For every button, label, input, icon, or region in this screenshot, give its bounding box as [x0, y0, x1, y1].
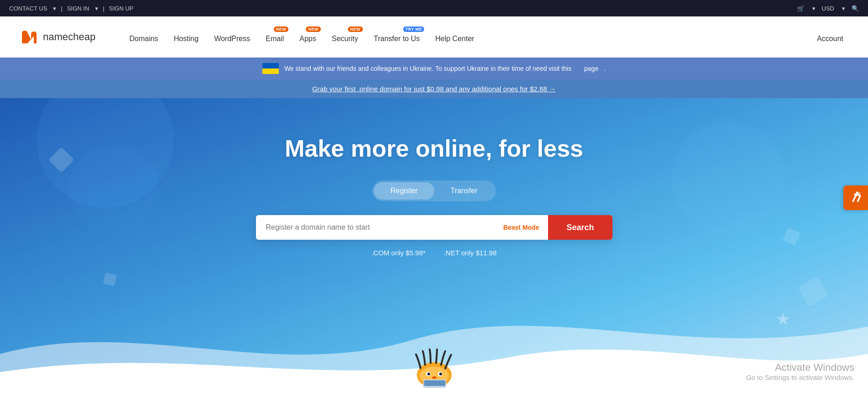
- nav-item-apps[interactable]: NEW Apps: [293, 26, 322, 47]
- top-bar: CONTACT US ▾ | SIGN IN ▾ | SIGN UP 🛒 ▾ U…: [0, 0, 868, 16]
- nav-label-transfer: Transfer to Us: [374, 35, 420, 43]
- nav-item-email[interactable]: NEW Email: [259, 26, 290, 47]
- tab-transfer[interactable]: Transfer: [434, 182, 494, 200]
- currency-arrow: ▾: [842, 5, 845, 12]
- nav-item-security[interactable]: NEW Security: [325, 26, 365, 47]
- top-bar-left: CONTACT US ▾ | SIGN IN ▾ | SIGN UP: [9, 5, 133, 12]
- hero-tabs: Register Transfer: [372, 180, 496, 201]
- svg-point-4: [427, 373, 430, 375]
- tab-register[interactable]: Register: [374, 182, 434, 200]
- hero-section: Make more online, for less Register Tran…: [0, 98, 868, 390]
- top-bar-right: 🛒 ▾ USD ▾ 🔍: [797, 5, 859, 12]
- hero-content: Make more online, for less Register Tran…: [256, 135, 612, 257]
- deco-envelope2: [783, 227, 801, 246]
- nav-label-wordpress: WordPress: [214, 35, 250, 43]
- nav-item-account[interactable]: Account: [810, 26, 850, 47]
- domain-hints: .COM only $5.98* .NET only $11.98: [371, 249, 496, 257]
- help-widget[interactable]: ℏ: [843, 185, 868, 210]
- flag-top: [262, 63, 279, 68]
- nav-links: Domains Hosting WordPress NEW Email NEW …: [123, 26, 850, 47]
- ukraine-text: We stand with our friends and colleagues…: [284, 65, 571, 72]
- help-icon: ℏ: [852, 190, 860, 205]
- hero-title: Make more online, for less: [285, 135, 583, 162]
- ukraine-link[interactable]: page: [584, 65, 598, 72]
- beast-mode-button[interactable]: Beast Mode: [494, 215, 548, 240]
- logo[interactable]: namecheap: [18, 27, 96, 47]
- com-hint: .COM only $5.98*: [371, 249, 425, 257]
- sign-in-arrow: ▾: [95, 5, 98, 12]
- contact-us-arrow: ▾: [53, 5, 56, 12]
- divider2: |: [103, 5, 104, 12]
- sign-up-link[interactable]: SIGN UP: [109, 5, 133, 12]
- com-price: only $5.98*: [391, 249, 426, 257]
- svg-rect-8: [424, 380, 445, 386]
- nav-label-domains: Domains: [129, 35, 158, 43]
- net-hint: .NET only $11.98: [444, 249, 497, 257]
- divider1: |: [61, 5, 62, 12]
- deco-circle2: [69, 144, 160, 235]
- security-badge: NEW: [348, 26, 363, 32]
- nav-item-domains[interactable]: Domains: [123, 26, 165, 47]
- nav-label-account: Account: [817, 35, 843, 43]
- domain-search-input[interactable]: [256, 215, 494, 240]
- promo-link[interactable]: Grab your first .online domain for just …: [312, 85, 556, 93]
- logo-svg: [18, 27, 38, 47]
- apps-badge: NEW: [306, 26, 321, 32]
- nav-label-security: Security: [332, 35, 358, 43]
- search-button[interactable]: Search: [548, 215, 612, 240]
- currency-selector[interactable]: USD: [822, 5, 834, 12]
- transfer-badge: TRY ME: [403, 26, 425, 32]
- promo-banner: Grab your first .online domain for just …: [0, 79, 868, 98]
- nav-label-apps: Apps: [299, 35, 316, 43]
- ukraine-flag: [262, 63, 279, 74]
- hero-mascot: [407, 343, 462, 390]
- mascot-svg: [407, 343, 462, 389]
- svg-point-5: [439, 373, 442, 375]
- contact-us-link[interactable]: CONTACT US: [9, 5, 47, 12]
- net-price: only $11.98: [461, 249, 497, 257]
- search-icon[interactable]: 🔍: [852, 5, 859, 12]
- nav-item-transfer[interactable]: TRY ME Transfer to Us: [367, 26, 426, 47]
- logo-text: namecheap: [43, 31, 96, 43]
- net-link[interactable]: .NET: [444, 249, 459, 257]
- com-link[interactable]: .COM: [371, 249, 389, 257]
- nav-bar: namecheap Domains Hosting WordPress NEW …: [0, 16, 868, 58]
- cart-icon[interactable]: 🛒: [797, 5, 804, 12]
- sign-in-link[interactable]: SIGN IN: [67, 5, 89, 12]
- nav-item-hosting[interactable]: Hosting: [167, 26, 205, 47]
- nav-label-hosting: Hosting: [174, 35, 198, 43]
- deco-circle3: [671, 121, 786, 235]
- nav-item-wordpress[interactable]: WordPress: [208, 26, 256, 47]
- nav-item-help[interactable]: Help Center: [429, 26, 480, 47]
- cart-arrow: ▾: [812, 5, 815, 12]
- email-badge: NEW: [274, 26, 289, 32]
- nav-label-email: Email: [266, 35, 284, 43]
- ukraine-banner: We stand with our friends and colleagues…: [0, 58, 868, 79]
- svg-point-6: [432, 376, 437, 379]
- search-bar: Beast Mode Search: [256, 215, 612, 240]
- nav-label-help: Help Center: [435, 35, 474, 43]
- flag-bottom: [262, 68, 279, 74]
